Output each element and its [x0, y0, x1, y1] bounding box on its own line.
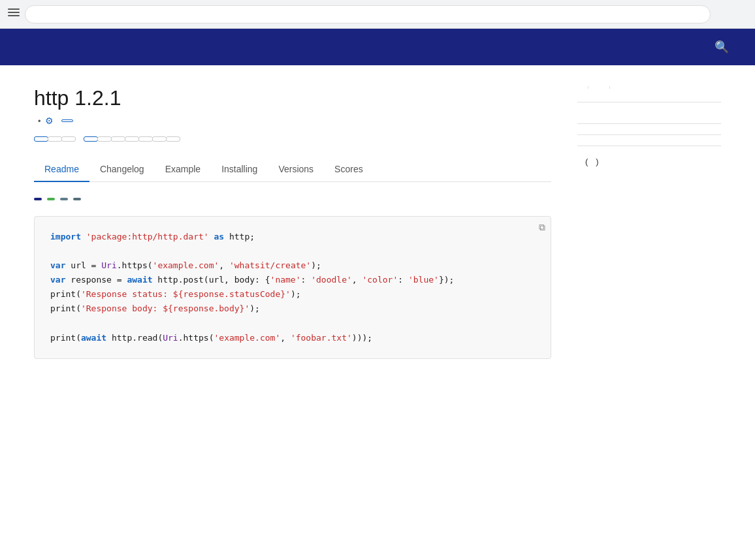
sidebar-divider-2 [577, 123, 721, 124]
publish-info: • ⚙ [34, 116, 551, 126]
score-pub-points [599, 86, 610, 89]
sidebar: () [577, 65, 721, 359]
code-content: import 'package:http/http.dart' as http;… [50, 230, 535, 345]
extensions-icon[interactable] [734, 8, 747, 21]
tag-linux[interactable] [125, 136, 139, 142]
tag-flutter[interactable] [61, 136, 76, 142]
package-title: http 1.2.1 [34, 86, 121, 110]
scores-row [577, 86, 721, 89]
badge-publisher-name [73, 198, 81, 200]
tag-android[interactable] [97, 136, 112, 142]
browser-tabs-icon[interactable] [8, 8, 20, 20]
tag-web[interactable] [152, 136, 167, 142]
badge-version [47, 198, 55, 200]
badge-row [34, 198, 551, 200]
badge-pub [34, 198, 42, 200]
score-popularity [620, 86, 631, 89]
tag-dart[interactable] [48, 136, 62, 142]
bookmark-icon[interactable] [716, 8, 729, 21]
tab-installing[interactable]: Installing [211, 157, 268, 182]
browser-actions [716, 8, 747, 21]
license-row: () [577, 157, 721, 166]
tabs-bar: Readme Changelog Example Installing Vers… [34, 157, 551, 182]
address-bar[interactable] [25, 5, 711, 23]
tag-ios[interactable] [111, 136, 125, 142]
tag-windows[interactable] [166, 136, 180, 142]
package-title-row: http 1.2.1 [34, 86, 551, 110]
tab-scores[interactable]: Scores [324, 157, 374, 182]
dart3-badge [61, 119, 73, 122]
tab-versions[interactable]: Versions [268, 157, 324, 182]
site-header: 🔍 [0, 29, 755, 65]
content-area: http 1.2.1 // Manually set title since i… [34, 65, 551, 359]
site-header-actions: 🔍 [715, 40, 739, 54]
sidebar-divider-4 [577, 146, 721, 146]
search-icon[interactable]: 🔍 [715, 40, 729, 54]
readme-content: ⧉ import 'package:http/http.dart' as htt… [34, 198, 551, 359]
badge-publisher [60, 198, 68, 200]
publisher-verified-icon: ⚙ [45, 116, 54, 126]
tab-changelog[interactable]: Changelog [89, 157, 155, 182]
sidebar-divider-3 [577, 134, 721, 135]
main-container: http 1.2.1 // Manually set title since i… [18, 65, 737, 359]
tag-platform[interactable] [84, 136, 98, 142]
tags-row [34, 136, 551, 142]
tag-macos[interactable] [138, 136, 153, 142]
score-likes [577, 86, 588, 89]
browser-chrome [0, 0, 755, 29]
tab-readme[interactable]: Readme [34, 157, 89, 182]
tab-example[interactable]: Example [155, 157, 211, 182]
tag-sdk[interactable] [34, 136, 48, 142]
sidebar-divider-1 [577, 102, 721, 102]
code-block: ⧉ import 'package:http/http.dart' as htt… [34, 216, 551, 359]
code-copy-button[interactable]: ⧉ [539, 222, 545, 233]
